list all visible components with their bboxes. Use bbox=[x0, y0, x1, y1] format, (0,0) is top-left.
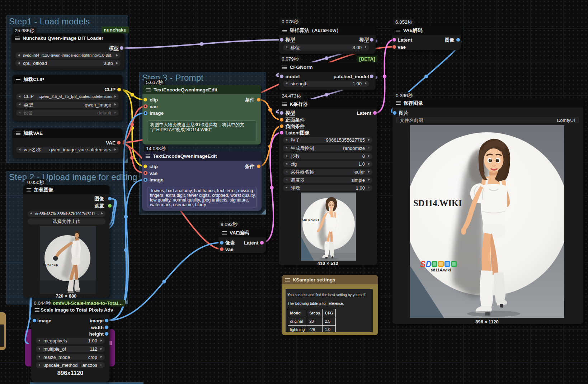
svg-text:SD: SD bbox=[420, 260, 432, 269]
svg-text:HIPSTAY◉: HIPSTAY◉ bbox=[43, 264, 58, 267]
svg-text:SD114.WIKI: SD114.WIKI bbox=[302, 218, 319, 222]
svg-text:SD114.WIKI: SD114.WIKI bbox=[413, 198, 462, 208]
svg-text:sd114.wiki: sd114.wiki bbox=[431, 268, 451, 272]
